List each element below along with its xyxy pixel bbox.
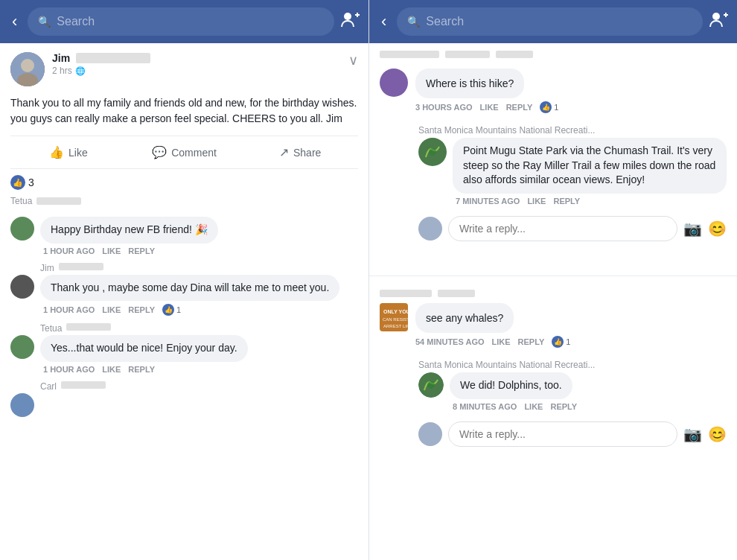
post-actions: 👍 Like 💬 Comment ↗ Share [10,136,358,169]
reply-avatar-1 [418,217,442,241]
comment-reply-2[interactable]: REPLY [128,305,155,314]
comment-author-1: Tetua [10,196,32,206]
thread-avatar-square-2: ONLY YOU CAN RESIST ARREST LIP [380,303,408,331]
emoji-icon[interactable]: 😊 [708,220,727,238]
thread-like-badge-1: 👍 [540,101,552,113]
subcomment-section-2: Santa Monica Mountains National Recreati… [380,360,727,456]
subcomment-reply-2[interactable]: REPLY [550,402,577,411]
globe-icon: 🌐 [75,66,86,76]
left-header: ‹ 🔍 [0,0,368,43]
thread-likes-1: 👍 1 [540,101,558,113]
right-panel: ‹ 🔍 Where is this hike? [368,0,737,560]
subcomment-content-2: We did! Dolphins, too. 8 MINUTES AGO LIK… [450,372,727,411]
thread-bubble-2: see any whales? [415,303,514,333]
thread-like-badge-2: 👍 [552,336,564,348]
subcomment-like-2[interactable]: LIKE [524,402,543,411]
like-badge-2: 👍 [162,304,174,316]
author-blur-4 [61,381,106,389]
comment-bubble-2: Thank you , maybe some day Dina will tak… [40,275,339,302]
right-search-icon: 🔍 [407,16,420,28]
comment-like-3[interactable]: LIKE [102,365,121,374]
reply-avatar-2 [418,422,442,446]
left-search-bar[interactable]: 🔍 [28,7,334,36]
comment-reply-3[interactable]: REPLY [128,365,155,374]
subcomment-bubble-2: We did! Dolphins, too. [450,372,572,399]
author-blur-2 [59,263,103,270]
share-button[interactable]: ↗ Share [242,139,358,165]
comment-like-1[interactable]: LIKE [102,246,121,255]
post-dropdown-button[interactable]: ∨ [348,52,358,69]
author-name-blur [76,53,150,63]
right-search-input[interactable] [426,15,692,28]
post-time: 2 hrs 🌐 [52,66,341,76]
like-icon: 👍 [49,145,64,159]
subcomment-like-1[interactable]: LIKE [527,197,546,206]
svg-point-0 [344,13,351,20]
right-header: ‹ 🔍 [369,0,737,43]
camera-icon-2[interactable]: 📷 [683,425,702,443]
comment-avatar-2 [10,275,34,299]
thread-reply-1[interactable]: REPLY [506,103,533,112]
comment-avatar-3 [10,335,34,359]
comment-author-row-3: Tetua [40,323,358,334]
right-search-bar[interactable]: 🔍 [397,7,703,36]
thread-content-1: Where is this hike? 3 HOURS AGO LIKE REP… [415,69,727,113]
post-meta: Jim 2 hrs 🌐 [52,52,341,76]
left-panel: ‹ 🔍 J [0,0,368,560]
page-blur-5 [438,290,475,297]
camera-icon[interactable]: 📷 [683,220,702,238]
page-blur-4 [380,290,432,297]
svg-text:ARREST LIP: ARREST LIP [383,324,408,328]
reply-input-1[interactable] [448,216,677,241]
svg-point-6 [712,13,720,20]
thread-time-1: 3 HOURS AGO [415,103,473,112]
comment-button[interactable]: 💬 Comment [127,139,243,165]
page-header-blur-2 [380,290,727,297]
comment-meta-3: 1 HOUR AGO LIKE REPLY [40,365,358,374]
reply-input-2[interactable] [448,421,677,447]
thread-reply-2[interactable]: REPLY [518,337,545,346]
comment-like-2[interactable]: LIKE [102,305,121,314]
comment-meta-1: 1 HOUR AGO LIKE REPLY [40,246,358,255]
emoji-icon-2[interactable]: 😊 [708,425,727,443]
subcomment-author-label-2: Santa Monica Mountains National Recreati… [418,360,727,370]
svg-text:ONLY YOU: ONLY YOU [383,309,408,314]
author-blur-1 [36,197,81,205]
subcomment-content-1: Point Mugu State Park via the Chumash Tr… [453,138,727,206]
right-friend-requests-icon[interactable] [709,9,730,34]
divider [369,276,737,276]
like-button[interactable]: 👍 Like [10,139,127,165]
thread-like-1[interactable]: LIKE [480,103,499,112]
comment-reply-1[interactable]: REPLY [128,246,155,255]
subcomment-bubble-1: Point Mugu State Park via the Chumash Tr… [453,138,727,194]
svg-point-4 [21,59,34,72]
subcomment-reply-1[interactable]: REPLY [553,197,580,206]
post-header: Jim 2 hrs 🌐 ∨ [0,43,368,92]
thread-meta-1: 3 HOURS AGO LIKE REPLY 👍 1 [415,101,727,113]
right-content: Where is this hike? 3 HOURS AGO LIKE REP… [369,43,737,560]
subcomment-time-2: 8 MINUTES AGO [453,402,517,411]
thread-content-2: see any whales? 54 MINUTES AGO LIKE REPL… [415,303,727,348]
comment-bubble-3: Yes...that would be nice! Enjoy your day… [40,335,248,362]
right-back-button[interactable]: ‹ [377,9,391,34]
comment-time-3: 1 HOUR AGO [43,365,95,374]
svg-point-16 [427,381,435,389]
comment-avatar-4 [10,393,34,417]
subcomment-item-1: Point Mugu State Park via the Chumash Tr… [418,138,727,206]
comment-avatar-1 [10,217,34,241]
comment-item-4 [10,393,358,417]
thread-section-1: Where is this hike? 3 HOURS AGO LIKE REP… [369,61,737,270]
comment-section: Tetua Happy Birthday new FB friend! 🎉 1 … [0,196,368,417]
page-blur-1 [380,51,439,58]
left-search-input[interactable] [57,15,324,28]
sub-avatar-square-2 [418,372,444,398]
subcomment-meta-2: 8 MINUTES AGO LIKE REPLY [450,402,727,411]
thread-like-2[interactable]: LIKE [492,337,511,346]
page-header-blur [369,43,737,61]
post-author-name: Jim [52,52,341,64]
friend-requests-icon[interactable] [340,9,361,34]
svg-point-10 [429,148,436,156]
comment-bubble-1: Happy Birthday new FB friend! 🎉 [40,217,218,244]
back-button[interactable]: ‹ [7,9,22,34]
comment-meta-2: 1 HOUR AGO LIKE REPLY 👍 1 [40,304,358,316]
